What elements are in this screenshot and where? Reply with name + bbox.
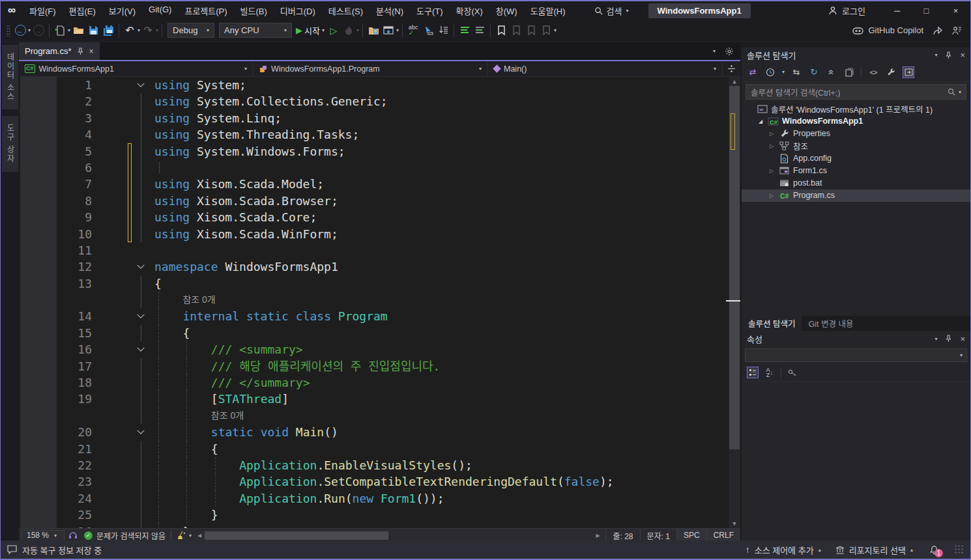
github-copilot-button[interactable]: GitHub Copilot xyxy=(851,23,925,38)
line-number[interactable]: 13 xyxy=(19,275,92,292)
tree-item-7[interactable]: ▷C#Program.cs xyxy=(742,189,970,202)
properties-icon[interactable] xyxy=(885,66,897,78)
pin-icon[interactable] xyxy=(945,51,952,59)
start-debugging-button[interactable]: ▶ 시작 ▾ xyxy=(295,23,326,38)
chevron-down-icon[interactable]: ▾ xyxy=(935,336,937,342)
start-without-debugging-button[interactable]: ▷ xyxy=(326,23,341,38)
menu-item-9[interactable]: 도구(T) xyxy=(410,1,450,20)
next-bookmark-button[interactable] xyxy=(524,23,538,38)
menu-item-0[interactable]: 파일(F) xyxy=(23,1,63,20)
properties-grid[interactable] xyxy=(742,382,970,542)
close-tab-icon[interactable]: × xyxy=(89,47,94,56)
scroll-up-icon[interactable]: ▲ xyxy=(729,77,740,86)
show-all-files-icon[interactable] xyxy=(843,66,855,78)
expand-toggle[interactable]: ◢ xyxy=(757,119,764,124)
line-number[interactable]: 12 xyxy=(19,259,92,275)
solution-search-input[interactable]: 솔루션 탐색기 검색(Ctrl+;) ▾ xyxy=(746,84,966,100)
code-line[interactable]: 24Application.Run(new Form1()); xyxy=(19,490,729,507)
fold-toggle[interactable] xyxy=(134,259,148,275)
search-menu-button[interactable]: 검색 ▾ xyxy=(589,3,634,19)
clear-bookmarks-button[interactable] xyxy=(539,23,553,38)
close-icon[interactable]: × xyxy=(960,334,965,344)
menu-item-5[interactable]: 빌드(B) xyxy=(234,1,274,20)
line-number[interactable]: 4 xyxy=(19,126,92,143)
save-button[interactable] xyxy=(86,23,100,38)
share-button[interactable] xyxy=(930,23,944,38)
code-line[interactable]: 26} xyxy=(19,524,729,528)
fold-toggle[interactable] xyxy=(134,77,148,93)
toolbar-grip[interactable] xyxy=(7,25,10,36)
format-document-button[interactable] xyxy=(436,23,450,38)
tab-list-chevron-icon[interactable]: ▾ xyxy=(713,48,716,54)
menu-item-12[interactable]: 도움말(H) xyxy=(524,1,572,20)
line-number[interactable]: 6 xyxy=(19,160,92,176)
code-line[interactable]: 8using Xisom.Scada.Browser; xyxy=(19,193,729,209)
refresh-icon[interactable]: ↻ xyxy=(808,66,820,78)
maximize-button[interactable]: □ xyxy=(912,1,941,20)
chevron-down-icon[interactable]: ▾ xyxy=(138,27,140,33)
solution-home-button[interactable] xyxy=(381,23,396,38)
line-number[interactable]: 22 xyxy=(19,457,92,473)
line-number[interactable]: 15 xyxy=(19,325,92,341)
health-check-icon[interactable]: ✓ xyxy=(84,531,93,540)
collapse-all-icon[interactable]: « xyxy=(826,66,837,78)
codelens-row[interactable]: 참조 0개 xyxy=(19,408,729,424)
eol-indicator[interactable]: CRLF xyxy=(706,529,740,542)
line-number[interactable]: 3 xyxy=(19,110,92,126)
line-number[interactable]: 11 xyxy=(19,242,92,259)
select-repository-button[interactable]: 리포지토리 선택 ▴ xyxy=(835,544,913,556)
tree-item-4[interactable]: App.config xyxy=(742,152,970,165)
scroll-down-icon[interactable]: ▼ xyxy=(729,519,740,528)
menu-item-2[interactable]: 보기(V) xyxy=(102,1,142,20)
code-line[interactable]: 13{ xyxy=(19,275,729,292)
chevron-down-icon[interactable]: ▾ xyxy=(396,27,399,33)
side-tab-0[interactable]: 데이터 소스 xyxy=(2,45,18,109)
code-line[interactable]: 17/// 해당 애플리케이션의 주 진입점입니다. xyxy=(19,358,729,374)
line-number[interactable]: 7 xyxy=(19,176,92,192)
codelens-row[interactable]: 참조 0개 xyxy=(19,292,729,308)
navigate-forward-button[interactable]: → xyxy=(31,23,46,38)
code-line[interactable]: 16/// <summary> xyxy=(19,341,729,357)
menu-item-7[interactable]: 테스트(S) xyxy=(322,1,370,20)
tree-item-1[interactable]: ◢C#WindowsFormsApp1 xyxy=(742,115,970,128)
tree-item-6[interactable]: post.bat xyxy=(742,177,970,189)
menu-item-10[interactable]: 확장(X) xyxy=(450,1,489,20)
line-number[interactable]: 24 xyxy=(19,490,92,507)
line-number[interactable]: 20 xyxy=(19,424,92,440)
notifications-button[interactable]: 1 xyxy=(927,543,940,556)
code-line[interactable]: 14internal static class Program xyxy=(19,308,729,324)
fold-toggle[interactable] xyxy=(134,341,148,357)
chevron-down-icon[interactable]: ▾ xyxy=(189,533,192,539)
accessibility-icon[interactable] xyxy=(68,531,78,540)
toggle-bookmark-button[interactable] xyxy=(494,23,508,38)
horizontal-scrollbar[interactable]: ◀ ▶ xyxy=(196,531,601,540)
code-line[interactable]: 9using Xisom.Scada.Core; xyxy=(19,209,729,225)
code-editor[interactable]: 1using System;2using System.Collections.… xyxy=(19,77,740,528)
code-line[interactable]: 12namespace WindowsFormsApp1 xyxy=(19,259,729,275)
tree-item-5[interactable]: ▷Form1.cs xyxy=(742,165,970,177)
scroll-left-icon[interactable]: ◀ xyxy=(196,533,203,539)
menu-item-4[interactable]: 프로젝트(P) xyxy=(178,1,233,20)
code-line[interactable]: 11 xyxy=(19,242,729,259)
menu-item-6[interactable]: 디버그(D) xyxy=(274,1,322,20)
member-dropdown[interactable]: Main() ▾ xyxy=(488,61,722,76)
line-number[interactable]: 21 xyxy=(19,441,92,457)
code-line[interactable]: 1using System; xyxy=(19,77,729,93)
code-line[interactable]: 20static void Main() xyxy=(19,424,729,440)
pending-changes-filter-icon[interactable] xyxy=(764,66,776,78)
resize-grip[interactable] xyxy=(955,545,964,554)
line-number[interactable]: 23 xyxy=(19,473,92,490)
object-selector-combo[interactable]: ▾ xyxy=(745,348,967,362)
line-number[interactable]: 8 xyxy=(19,193,92,209)
hot-reload-button[interactable] xyxy=(341,23,356,38)
categorized-icon[interactable] xyxy=(747,367,759,378)
side-tab-1[interactable]: 도구 상자 xyxy=(2,116,18,171)
editor-options-gear-icon[interactable] xyxy=(725,47,734,56)
spell-check-button[interactable]: abc✓ xyxy=(406,23,420,38)
line-number[interactable]: 19 xyxy=(19,391,92,407)
code-line[interactable]: 15{ xyxy=(19,325,729,341)
code-line[interactable]: 2using System.Collections.Generic; xyxy=(19,93,729,109)
zoom-select[interactable]: 158 %▾ xyxy=(22,530,65,541)
sign-in-button[interactable]: 로그인 xyxy=(828,5,865,17)
menu-item-3[interactable]: Git(G) xyxy=(142,1,178,20)
